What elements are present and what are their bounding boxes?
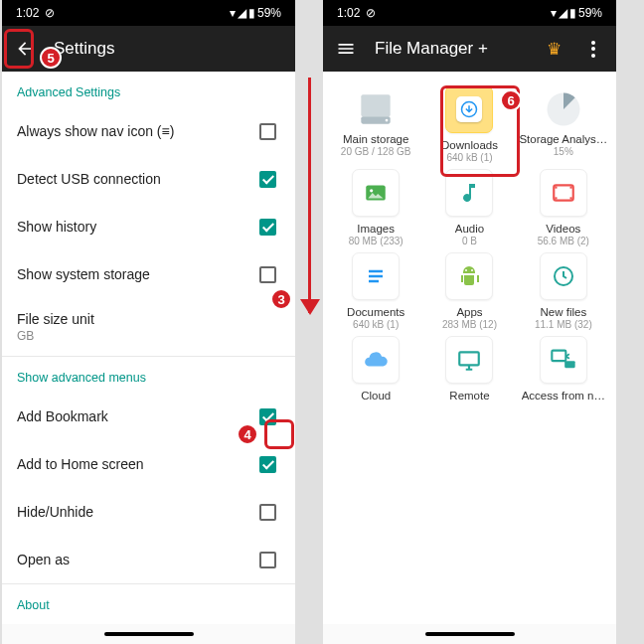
annotation-arrow <box>308 78 311 313</box>
tile-label: Storage Analys… <box>519 133 607 145</box>
checkbox-hide[interactable] <box>259 504 276 521</box>
phone-settings: 1:02⊘ ▾ ◢ ▮ 59% Settings Advanced Settin… <box>2 0 295 644</box>
svg-rect-10 <box>569 187 571 189</box>
page-title: File Manager + <box>375 39 488 59</box>
status-bar: 1:02⊘ ▾ ◢ ▮ 59% <box>323 0 616 26</box>
settings-content[interactable]: Advanced Settings Always show nav icon (… <box>2 72 295 624</box>
signal-icon: ◢ <box>238 6 246 20</box>
row-hide[interactable]: Hide/Unhide <box>2 488 295 536</box>
nosim-icon: ⊘ <box>366 6 376 20</box>
document-icon <box>352 252 400 300</box>
tile-storage-analysis[interactable]: Storage Analys…15% <box>519 85 608 163</box>
checkbox-bookmark[interactable] <box>259 408 276 425</box>
row-system-storage[interactable]: Show system storage <box>2 250 295 298</box>
svg-rect-9 <box>555 197 557 199</box>
checkbox-openas[interactable] <box>259 552 276 568</box>
svg-point-13 <box>471 269 473 271</box>
wifi-icon: ▾ <box>230 6 236 20</box>
status-time: 1:02 <box>337 6 360 20</box>
row-file-size[interactable]: File size unitGB <box>2 298 295 356</box>
annotation-badge-5: 5 <box>40 47 62 69</box>
premium-icon[interactable]: ♛ <box>543 38 564 60</box>
monitor-icon <box>445 336 493 384</box>
menu-button[interactable] <box>335 38 357 60</box>
app-bar: File Manager + ♛ <box>323 26 616 72</box>
back-button[interactable] <box>14 38 36 60</box>
tile-cloud[interactable]: Cloud <box>331 336 420 402</box>
download-icon <box>445 85 493 133</box>
battery-pct: 59% <box>578 6 602 20</box>
android-icon <box>445 252 493 300</box>
row-home-screen[interactable]: Add to Home screen <box>2 440 295 488</box>
video-icon <box>540 169 587 217</box>
row-history[interactable]: Show history <box>2 203 295 250</box>
overflow-menu[interactable] <box>582 38 604 60</box>
clock-icon <box>540 252 587 300</box>
tile-label: Access from n… <box>522 390 605 402</box>
network-icon <box>540 336 587 384</box>
checkbox-history[interactable] <box>259 219 276 236</box>
annotation-badge-6: 6 <box>500 89 522 111</box>
section-advanced: Advanced Settings <box>2 72 295 107</box>
page-title: Settings <box>54 39 114 59</box>
row-usb[interactable]: Detect USB connection <box>2 155 295 203</box>
battery-pct: 59% <box>257 6 281 20</box>
section-about: About <box>2 584 295 620</box>
checkbox-home-screen[interactable] <box>259 456 276 473</box>
row-openas[interactable]: Open as <box>2 536 295 583</box>
annotation-badge-3: 3 <box>270 288 292 310</box>
nav-bar[interactable] <box>2 624 295 644</box>
checkbox-usb[interactable] <box>259 171 276 188</box>
svg-point-6 <box>370 189 373 192</box>
svg-point-12 <box>465 269 467 271</box>
svg-rect-11 <box>569 197 571 199</box>
status-bar: 1:02⊘ ▾ ◢ ▮ 59% <box>2 0 295 26</box>
tile-audio[interactable]: Audio0 B <box>424 169 514 246</box>
signal-icon: ◢ <box>559 6 567 20</box>
tile-new-files[interactable]: New files11.1 MB (32) <box>519 252 608 330</box>
tile-images[interactable]: Images80 MB (233) <box>331 169 420 246</box>
wifi-icon: ▾ <box>551 6 557 20</box>
section-menus: Show advanced menus <box>2 357 295 393</box>
tile-documents[interactable]: Documents640 kB (1) <box>331 252 420 330</box>
battery-icon: ▮ <box>569 6 576 20</box>
tile-apps[interactable]: Apps283 MB (12) <box>424 252 514 330</box>
pie-icon <box>540 85 587 133</box>
annotation-badge-4: 4 <box>237 423 258 445</box>
cloud-icon <box>352 336 400 384</box>
music-icon <box>445 169 493 217</box>
tile-remote[interactable]: Remote <box>424 336 514 402</box>
svg-rect-17 <box>564 361 575 368</box>
tile-access-network[interactable]: Access from n… <box>519 336 608 402</box>
hdd-icon <box>352 85 400 133</box>
svg-rect-15 <box>460 352 480 365</box>
nosim-icon: ⊘ <box>45 6 55 20</box>
phone-file-manager: 1:02⊘ ▾ ◢ ▮ 59% File Manager + ♛ Main st… <box>323 0 616 644</box>
svg-point-2 <box>386 119 389 122</box>
checkbox-system-storage[interactable] <box>259 266 276 283</box>
nav-bar[interactable] <box>323 624 616 644</box>
status-time: 1:02 <box>16 6 39 20</box>
svg-rect-8 <box>555 187 557 189</box>
fm-content[interactable]: Main storage20 GB / 128 GB Downloads640 … <box>323 72 616 624</box>
row-nav-icon[interactable]: Always show nav icon (≡) <box>2 107 295 155</box>
checkbox-nav-icon[interactable] <box>259 123 276 140</box>
tile-main-storage[interactable]: Main storage20 GB / 128 GB <box>331 85 420 163</box>
svg-rect-16 <box>552 351 565 362</box>
image-icon <box>352 169 400 217</box>
svg-rect-0 <box>361 94 390 116</box>
battery-icon: ▮ <box>248 6 255 20</box>
tile-videos[interactable]: Videos56.6 MB (2) <box>519 169 608 246</box>
